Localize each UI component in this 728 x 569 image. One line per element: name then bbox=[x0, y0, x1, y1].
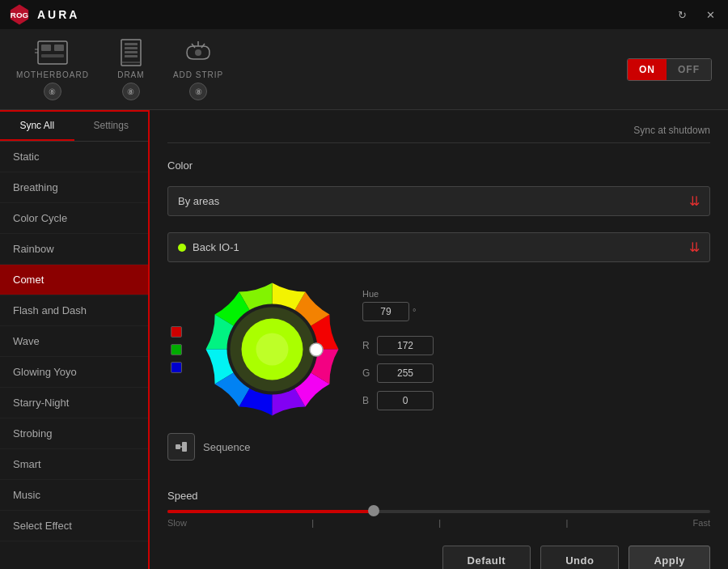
r-label: R bbox=[362, 340, 370, 351]
degree-symbol: ° bbox=[413, 307, 416, 316]
device-add-strip[interactable]: ADD STRIP ⑧ bbox=[173, 38, 223, 100]
refresh-button[interactable]: ↻ bbox=[673, 7, 692, 23]
areas-dropdown-value: By areas bbox=[178, 195, 219, 207]
apply-button[interactable]: Apply bbox=[629, 546, 710, 569]
b-label: B bbox=[362, 395, 370, 406]
undo-button[interactable]: Undo bbox=[540, 546, 619, 569]
color-picker-section: Hue ° R G B bbox=[167, 278, 710, 420]
sidebar: Sync All Settings Static Breathing Color… bbox=[0, 110, 150, 569]
swatch-green[interactable] bbox=[171, 344, 182, 355]
device-dram[interactable]: DRAM ⑧ bbox=[113, 38, 149, 100]
app-title: AURA bbox=[37, 8, 79, 21]
default-button[interactable]: Default bbox=[442, 546, 531, 569]
titlebar: ROG AURA ↻ ✕ bbox=[0, 0, 728, 29]
hue-label: Hue bbox=[362, 289, 434, 299]
devices-list: MOTHERBOARD ⑧ DRAM ⑧ bbox=[16, 38, 223, 100]
dram-badge: ⑧ bbox=[122, 83, 140, 100]
motherboard-badge: ⑧ bbox=[44, 83, 61, 100]
g-input[interactable] bbox=[377, 363, 434, 383]
effect-smart[interactable]: Smart bbox=[0, 449, 148, 480]
effect-flash-and-dash[interactable]: Flash and Dash bbox=[0, 295, 148, 326]
tabs-header: Sync All Settings bbox=[0, 112, 148, 142]
swatch-blue[interactable] bbox=[171, 362, 182, 373]
effect-starry-night[interactable]: Starry-Night bbox=[0, 388, 148, 418]
tick2: | bbox=[438, 518, 441, 528]
tick1: | bbox=[311, 518, 314, 528]
add-strip-icon bbox=[180, 38, 216, 67]
area-selector-dropdown[interactable]: Back IO-1 ⇊ bbox=[167, 232, 710, 262]
areas-dropdown[interactable]: By areas ⇊ bbox=[167, 186, 710, 216]
svg-text:ROG: ROG bbox=[11, 11, 29, 19]
color-wheel-svg bbox=[201, 278, 343, 420]
effect-rainbow[interactable]: Rainbow bbox=[0, 234, 148, 265]
color-swatches bbox=[171, 326, 182, 373]
rgb-inputs: Hue ° R G B bbox=[362, 289, 434, 410]
speed-section: Speed Slow | | | Fast bbox=[167, 490, 710, 528]
content-panel: Sync at shutdown Color By areas ⇊ Back I… bbox=[150, 110, 728, 569]
svg-rect-9 bbox=[125, 43, 138, 45]
svg-point-22 bbox=[256, 333, 289, 366]
bottom-buttons: Default Undo Apply bbox=[167, 537, 710, 569]
slow-label: Slow bbox=[167, 518, 187, 528]
effect-music[interactable]: Music bbox=[0, 480, 148, 511]
tab-sync-at-shutdown[interactable]: Sync at shutdown bbox=[633, 125, 710, 136]
svg-rect-24 bbox=[182, 442, 187, 452]
effect-comet[interactable]: Comet bbox=[0, 265, 148, 295]
color-section-label: Color bbox=[167, 159, 710, 172]
effect-color-cycle[interactable]: Color Cycle bbox=[0, 203, 148, 234]
g-row: G bbox=[362, 363, 434, 383]
titlebar-controls: ↻ ✕ bbox=[673, 7, 720, 23]
hue-input-row: ° bbox=[362, 302, 434, 321]
toggle-on-button[interactable]: ON bbox=[628, 59, 667, 80]
speed-fill bbox=[167, 510, 374, 513]
g-label: G bbox=[362, 367, 370, 379]
area-dot bbox=[178, 244, 186, 252]
sequence-button[interactable] bbox=[167, 433, 195, 461]
hue-selector-handle[interactable] bbox=[310, 343, 323, 356]
effect-select-effect[interactable]: Select Effect bbox=[0, 511, 148, 541]
tab-sync-all[interactable]: Sync All bbox=[0, 112, 74, 141]
main-area: Sync All Settings Static Breathing Color… bbox=[0, 110, 728, 569]
effect-strobing[interactable]: Strobing bbox=[0, 418, 148, 449]
device-bar: MOTHERBOARD ⑧ DRAM ⑧ bbox=[0, 29, 728, 110]
dram-label: DRAM bbox=[117, 70, 144, 79]
add-strip-badge: ⑧ bbox=[189, 83, 207, 100]
hue-section: Hue ° bbox=[362, 289, 434, 321]
swatch-red[interactable] bbox=[171, 326, 182, 338]
effect-list: Static Breathing Color Cycle Rainbow Com… bbox=[0, 142, 148, 569]
motherboard-icon bbox=[35, 38, 70, 67]
b-row: B bbox=[362, 391, 434, 410]
add-strip-label: ADD STRIP bbox=[173, 70, 223, 79]
effect-wave[interactable]: Wave bbox=[0, 326, 148, 357]
svg-rect-12 bbox=[125, 55, 138, 57]
motherboard-label: MOTHERBOARD bbox=[16, 70, 89, 79]
svg-rect-4 bbox=[54, 45, 64, 51]
sequence-row: Sequence bbox=[167, 433, 710, 461]
onoff-toggle: ON OFF bbox=[627, 58, 712, 81]
color-wheel-container[interactable] bbox=[201, 278, 343, 420]
tab-settings[interactable]: Settings bbox=[74, 112, 149, 141]
device-motherboard[interactable]: MOTHERBOARD ⑧ bbox=[16, 38, 89, 100]
hue-input[interactable] bbox=[362, 302, 409, 321]
speed-label: Speed bbox=[167, 490, 710, 502]
svg-rect-5 bbox=[41, 54, 64, 57]
r-input[interactable] bbox=[377, 336, 434, 355]
svg-rect-11 bbox=[125, 51, 138, 53]
fast-label: Fast bbox=[693, 518, 710, 528]
svg-point-14 bbox=[195, 49, 201, 56]
effect-static[interactable]: Static bbox=[0, 142, 148, 172]
effect-breathing[interactable]: Breathing bbox=[0, 172, 148, 203]
toggle-off-button[interactable]: OFF bbox=[667, 59, 711, 80]
svg-rect-3 bbox=[41, 45, 51, 51]
tick3: | bbox=[565, 518, 568, 528]
rog-logo-icon: ROG bbox=[8, 3, 31, 26]
area-selector-arrow: ⇊ bbox=[689, 240, 700, 255]
b-input[interactable] bbox=[377, 391, 434, 410]
r-row: R bbox=[362, 336, 434, 355]
area-selector-value: Back IO-1 bbox=[193, 241, 239, 253]
speed-track[interactable] bbox=[167, 510, 710, 513]
speed-thumb[interactable] bbox=[368, 505, 379, 516]
close-button[interactable]: ✕ bbox=[701, 7, 720, 23]
sequence-label: Sequence bbox=[203, 441, 251, 453]
effect-glowing-yoyo[interactable]: Glowing Yoyo bbox=[0, 357, 148, 388]
